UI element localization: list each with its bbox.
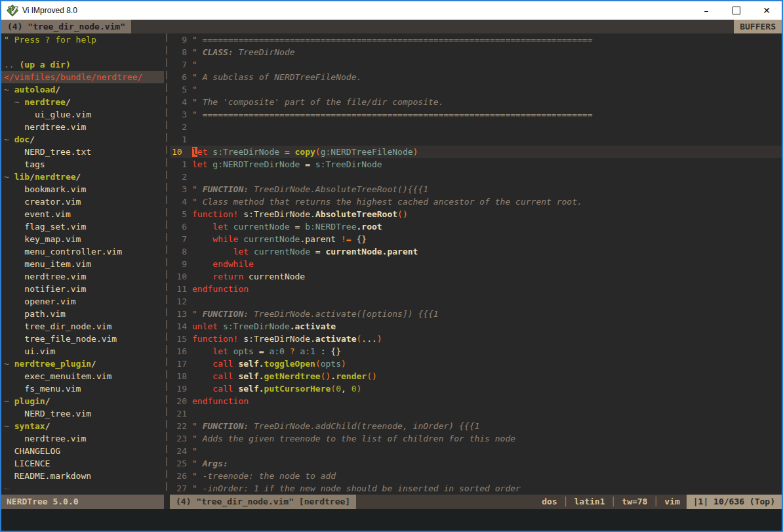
tree-item[interactable]: LICENCE (1, 457, 164, 470)
tree-item[interactable]: nerdtree.vim (1, 121, 164, 133)
tree-item[interactable]: ~ nerdtree_plugin/ (1, 358, 164, 370)
close-button[interactable]: ✕ (752, 1, 782, 20)
minimize-button[interactable]: – (691, 1, 721, 20)
tree-item[interactable]: event.vim (1, 208, 164, 220)
code-line[interactable]: 13" FUNCTION: TreeDirNode.activate([opti… (170, 308, 782, 320)
code-line[interactable]: 9 endwhile (170, 258, 782, 270)
code-line[interactable]: 18 call self.getNerdtree().render() (170, 370, 782, 382)
tree-item[interactable]: ui.vim (1, 345, 164, 358)
window-separator[interactable] (164, 33, 170, 495)
tree-item[interactable]: opener.vim (1, 295, 164, 308)
tree-item[interactable]: bookmark.vim (1, 183, 164, 195)
tree-root-path[interactable]: </vimfiles/bundle/nerdtree/ (1, 71, 164, 83)
code-line[interactable]: 26" -treenode: the node to add (170, 470, 782, 482)
maximize-button[interactable] (721, 1, 752, 20)
code-line[interactable]: 9" =====================================… (170, 33, 782, 46)
tree-item[interactable]: CHANGELOG (1, 445, 164, 457)
code-line[interactable]: 10let s:TreeDirNode = copy(g:NERDTreeFil… (170, 146, 782, 158)
syntax-segment: TreeDirNode (233, 47, 295, 57)
code-line[interactable]: 19 call self.putCursorHere(0, 0) (170, 382, 782, 395)
tree-item[interactable]: tree_dir_node.vim (1, 320, 164, 333)
tree-item[interactable]: ~ (1, 482, 164, 495)
tree-item[interactable]: nerdtree.vim (1, 432, 164, 445)
tree-item[interactable]: exec_menuitem.vim (1, 370, 164, 382)
code-line[interactable]: 1 (170, 133, 782, 146)
tree-item[interactable]: ~ doc/ (1, 133, 164, 146)
code-line[interactable]: 3" FUNCTION: TreeDirNode.AbsoluteTreeRoo… (170, 183, 782, 195)
code-line[interactable]: 17 call self.toggleOpen(opts) (170, 358, 782, 370)
tree-item[interactable]: ~ plugin/ (1, 395, 164, 407)
syntax-segment: . (331, 371, 336, 381)
syntax-segment: currentNode (243, 272, 305, 281)
code-line[interactable]: 8 let currentNode = currentNode.parent (170, 245, 782, 258)
tree-item[interactable]: README.markdown (1, 470, 164, 482)
tree-item[interactable]: ~ autoload/ (1, 83, 164, 96)
tree-item-text: tree_file_node.vim (4, 333, 117, 345)
tree-item[interactable] (1, 46, 164, 58)
syntax-segment: ~ (4, 483, 9, 493)
tree-item[interactable]: fs_menu.vim (1, 382, 164, 395)
syntax-segment: .parent (300, 234, 341, 244)
syntax-segment: key_map.vim (4, 234, 81, 244)
code-line[interactable]: 16 let opts = a:0 ? a:1 : {} (170, 345, 782, 358)
tree-item[interactable]: creator.vim (1, 195, 164, 208)
code-line[interactable]: 1let g:NERDTreeDirNode = s:TreeDirNode (170, 158, 782, 171)
tree-item[interactable]: .. (up a dir) (1, 58, 164, 71)
code-line[interactable]: 24" (170, 445, 782, 457)
code-line[interactable]: 8" CLASS: TreeDirNode (170, 46, 782, 58)
tree-item[interactable]: tree_file_node.vim (1, 333, 164, 345)
code-line[interactable]: 4" Class method that returns the highest… (170, 195, 782, 208)
tree-item[interactable]: tags (1, 158, 164, 171)
code-line[interactable]: 25" Args: (170, 457, 782, 470)
tab-tree-dir-node[interactable]: (4) "tree_dir_node.vim" (1, 20, 131, 33)
line-number: 6 (170, 220, 192, 233)
tree-item[interactable]: ~ lib/nerdtree/ (1, 171, 164, 183)
syntax-segment: opts (233, 346, 254, 356)
code-line[interactable]: 11endfunction (170, 283, 782, 295)
tree-item[interactable]: NERD_tree.txt (1, 146, 164, 158)
command-line[interactable] (1, 509, 782, 531)
syntax-segment: " (192, 60, 197, 70)
syntax-segment (192, 247, 233, 256)
code-line[interactable]: 6" A subclass of NERDTreeFileNode. (170, 71, 782, 83)
tree-item[interactable]: ~ nerdtree/ (1, 96, 164, 108)
code-line[interactable]: 3" =====================================… (170, 108, 782, 121)
code-line[interactable]: 6 let currentNode = b:NERDTree.root (170, 220, 782, 233)
line-number: 23 (170, 432, 192, 445)
line-number: 18 (170, 370, 192, 382)
code-line[interactable]: 7 while currentNode.parent != {} (170, 233, 782, 245)
code-line[interactable]: 23" Adds the given treenode to the list … (170, 432, 782, 445)
code-line[interactable]: 10 return currentNode (170, 270, 782, 283)
tree-item[interactable]: ~ syntax/ (1, 420, 164, 432)
tree-item[interactable]: NERD_tree.vim (1, 407, 164, 420)
syntax-segment: ~ (4, 172, 14, 182)
tree-item[interactable]: menu_item.vim (1, 258, 164, 270)
tree-item-text: opener.vim (4, 295, 76, 308)
line-number: 19 (170, 382, 192, 395)
syntax-segment: " (192, 459, 203, 468)
code-line[interactable]: 12 (170, 295, 782, 308)
code-line[interactable]: 2 (170, 171, 782, 183)
code-line[interactable]: 14unlet s:TreeDirNode.activate (170, 320, 782, 333)
syntax-segment: let (192, 159, 207, 169)
code-line[interactable]: 5" (170, 83, 782, 96)
code-line[interactable]: 22" FUNCTION: TreeDirNode.addChild(treen… (170, 420, 782, 432)
code-line[interactable]: 5function! s:TreeDirNode.AbsoluteTreeRoo… (170, 208, 782, 220)
tree-item[interactable]: " Press ? for help (1, 33, 164, 46)
tree-item[interactable]: flag_set.vim (1, 220, 164, 233)
tree-item[interactable]: nerdtree.vim (1, 270, 164, 283)
code-line[interactable]: 27" -inOrder: 1 if the new node should b… (170, 482, 782, 495)
tree-item[interactable]: notifier.vim (1, 283, 164, 295)
code-line[interactable]: 4" The 'composite' part of the file/dir … (170, 96, 782, 108)
syntax-segment: / (76, 172, 81, 182)
tree-item[interactable]: ui_glue.vim (1, 108, 164, 121)
code-line[interactable]: 2 (170, 121, 782, 133)
code-line[interactable]: 21 (170, 407, 782, 420)
code-line[interactable]: 15function! s:TreeDirNode.activate(...) (170, 333, 782, 345)
code-line[interactable]: 7" (170, 58, 782, 71)
code-line[interactable]: 20endfunction (170, 395, 782, 407)
tree-item[interactable]: key_map.vim (1, 233, 164, 245)
tree-item[interactable]: menu_controller.vim (1, 245, 164, 258)
syntax-segment: s:TreeDirNode (315, 159, 382, 169)
tree-item[interactable]: path.vim (1, 308, 164, 320)
